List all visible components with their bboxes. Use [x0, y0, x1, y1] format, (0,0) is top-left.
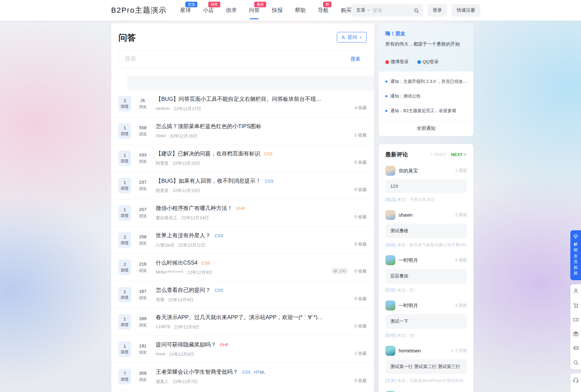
question-author[interactable]: imrei	[156, 351, 165, 357]
question-row[interactable]: 1 回答 237 浏览 【BUG】如果有人回答，收不到消息提示！ CSS 阿里君…	[111, 172, 374, 199]
notice-item[interactable]: 通知：B2主题接近完工，欢迎参观	[385, 103, 467, 118]
comment-text[interactable]: 123	[385, 179, 467, 193]
comment-author[interactable]: 一时明月	[399, 257, 455, 264]
ask-question-button[interactable]: 提问	[337, 32, 367, 43]
question-row[interactable]: 1 回答 333 浏览 【建议】已解决的问题，在存档页面有标识 CSS 阿里君 …	[111, 144, 374, 172]
main-menu: 交流 星球 抽奖 小店 供求 最新 问答 快报 帮助 新 导航 购买	[180, 0, 351, 21]
question-row[interactable]: 2 回答 216 浏览 什么时候出CSS4 CSS MrBo¹³³⁵³¹⁴⁵⁶³…	[111, 254, 374, 281]
tag-php[interactable]: PHP	[220, 343, 229, 347]
question-row[interactable]: 2 回答 2k 浏览 【BUG】问答页面小工具不能自定义右侧栏目。问答板块前台不…	[111, 90, 374, 117]
nav-item[interactable]: 供求	[226, 0, 237, 21]
comments-next-button[interactable]: NEXT	[451, 152, 467, 157]
comments-prev-button[interactable]: PREV	[430, 152, 446, 157]
tag-css[interactable]: CSS	[215, 234, 223, 238]
gift-icon[interactable]	[573, 331, 579, 337]
question-author[interactable]: 阿里君	[156, 188, 169, 194]
notice-item[interactable]: 通知：主题升级到 2.3.0 ，并且已经改…	[385, 74, 467, 89]
tag-css[interactable]: CSS	[202, 261, 210, 266]
avatar[interactable]	[385, 210, 395, 220]
question-author[interactable]: 有鹿	[156, 297, 164, 303]
question-row[interactable]: 0 回答 219 浏览 C语言和PHP语言的内存机制有何区别？谁的更安全？ PH…	[111, 390, 374, 392]
comment-text[interactable]: 测试一下	[385, 314, 467, 329]
comment-text[interactable]: 测试第一行 测试第二行 测试第三行	[385, 359, 467, 374]
comment-text[interactable]: 测试叠楼	[385, 224, 467, 238]
tag-html[interactable]: HTML	[254, 370, 265, 375]
comment-author[interactable]: hometown	[399, 348, 451, 353]
question-author[interactable]: 心里De话	[156, 242, 174, 248]
nav-item[interactable]: 快报	[272, 0, 283, 21]
question-title[interactable]: 提问可获得隐藏奖励吗？	[156, 341, 216, 348]
question-title[interactable]: 春天演示APP、过几天就出来APP了。演示站APP，欢迎一(*｀∀´*)ノイ！	[156, 314, 327, 321]
nav-item[interactable]: 交流 星球	[180, 0, 191, 21]
notice-item[interactable]: 通知：测试公告	[385, 89, 467, 103]
nav-item[interactable]: 新 导航	[318, 0, 328, 21]
question-row[interactable]: 1 回答 191 浏览 提问可获得隐藏奖励吗？ PHP imrei 22年12月…	[111, 335, 374, 363]
nav-item[interactable]: 帮助	[295, 0, 305, 21]
question-author[interactable]: 潇某人	[156, 379, 169, 385]
question-row[interactable]: 1 回答 558 浏览 怎么搞？顶部菜单栏蓝色红色的小TIPS图标 Sean 2…	[111, 117, 374, 144]
qa-search-input[interactable]	[125, 56, 350, 62]
tag-css[interactable]: CSS	[265, 179, 274, 184]
question-title[interactable]: 【BUG】如果有人回答，收不到消息提示！	[156, 177, 261, 185]
headset-icon[interactable]	[573, 377, 579, 383]
question-title[interactable]: 什么时候出CSS4	[156, 259, 198, 267]
question-title[interactable]: 世界上有没有外星人？	[156, 232, 211, 239]
comment-source[interactable]: [商品] 来自：卡密出售演示	[385, 197, 467, 203]
avatar[interactable]	[385, 166, 395, 176]
question-author[interactable]: Sean	[156, 133, 166, 139]
question-author[interactable]: L10676	[156, 324, 170, 330]
search-input[interactable]	[373, 8, 411, 13]
unlock-membership-button[interactable]: 解锁会员权限	[570, 230, 581, 280]
nav-item[interactable]: 购买	[341, 0, 351, 21]
login-button[interactable]: 登录	[427, 4, 447, 17]
question-row[interactable]: 7 回答 309 浏览 王者荣耀会让小学生智商变低吗？ CSSHTML 潇某人 …	[111, 363, 374, 390]
question-author[interactable]: MrBo¹³³⁵³¹⁴⁵⁶³¹	[156, 270, 183, 276]
search-category-dropdown[interactable]: 文章	[356, 7, 370, 13]
question-author[interactable]: sankou	[156, 106, 170, 112]
weibo-login-button[interactable]: 微博登录	[385, 59, 409, 65]
question-title[interactable]: 怎么搞？顶部菜单栏蓝色红色的小TIPS图标	[156, 123, 261, 130]
tag-css[interactable]: CSS	[242, 370, 251, 375]
comment-source[interactable]: [文章] 来自：可能是WordPress中首创的自…	[385, 378, 467, 384]
question-row[interactable]: 1 回答 187 浏览 怎么查看自已的提问？ CSS 有鹿 22年12月9日 0…	[111, 281, 374, 308]
mail-icon[interactable]	[573, 345, 579, 351]
user-icon[interactable]	[573, 288, 579, 294]
question-row[interactable]: 2 回答 258 浏览 世界上有没有外星人？ CSS 心里De话 22年12月1…	[111, 226, 374, 254]
qa-tab[interactable]	[111, 76, 127, 90]
comment-author[interactable]: shawn	[399, 212, 455, 218]
comment-source[interactable]: [回答] 来自：好！	[385, 288, 467, 293]
question-title[interactable]: 【建议】已解决的问题，在存档页面有标识	[156, 150, 260, 157]
question-row[interactable]: 1 回答 257 浏览 微信小程序推广有哪几种方法！ PHP 聚合猫化工 22年…	[111, 199, 374, 226]
site-logo[interactable]: B2Pro主题演示	[111, 5, 167, 15]
question-title[interactable]: 王者荣耀会让小学生智商变低吗？	[156, 368, 238, 376]
avatar[interactable]	[385, 300, 395, 310]
tag-php[interactable]: PHP	[237, 206, 245, 211]
comment-author[interactable]: 你的臭宝	[399, 168, 455, 174]
qq-login-button[interactable]: QQ登录	[417, 59, 439, 65]
comment-source[interactable]: [回答] 来自：好!	[385, 333, 467, 338]
qa-search-button[interactable]: 搜索	[350, 56, 360, 62]
question-author[interactable]: 聚合猫化工	[156, 215, 177, 221]
ticket-icon[interactable]	[573, 316, 579, 323]
comment-author[interactable]: 一时明月	[399, 302, 455, 309]
qa-tab[interactable]	[127, 76, 143, 90]
search-icon[interactable]	[573, 359, 579, 366]
tag-css[interactable]: CSS	[264, 152, 273, 156]
avatar[interactable]	[385, 255, 395, 265]
question-row[interactable]: 1 回答 289 浏览 春天演示APP、过几天就出来APP了。演示站APP，欢迎…	[111, 308, 374, 335]
cart-icon[interactable]	[573, 302, 579, 308]
question-author[interactable]: 阿里君	[156, 160, 169, 166]
register-button[interactable]: 快速注册	[451, 4, 481, 17]
nav-item[interactable]: 抽奖 小店	[203, 0, 214, 21]
question-title[interactable]: 怎么查看自已的提问？	[156, 287, 211, 294]
comment-source[interactable]: [快报] 来自：新年新气象新电脑上班才爽AM…	[385, 242, 467, 248]
comment-text[interactable]: 层层叠加	[385, 269, 467, 284]
question-title[interactable]: 微信小程序推广有哪几种方法！	[156, 205, 233, 212]
avatar[interactable]	[385, 346, 395, 356]
search-icon[interactable]	[414, 8, 419, 13]
qa-tab[interactable]	[143, 76, 159, 90]
tag-css[interactable]: CSS	[215, 288, 223, 293]
nav-item[interactable]: 最新 问答	[249, 0, 260, 21]
question-title[interactable]: 【BUG】问答页面小工具不能自定义右侧栏目。问答板块前台不现实，回答不提示。所…	[156, 96, 327, 103]
all-notices-button[interactable]: 全部通知	[379, 120, 474, 136]
